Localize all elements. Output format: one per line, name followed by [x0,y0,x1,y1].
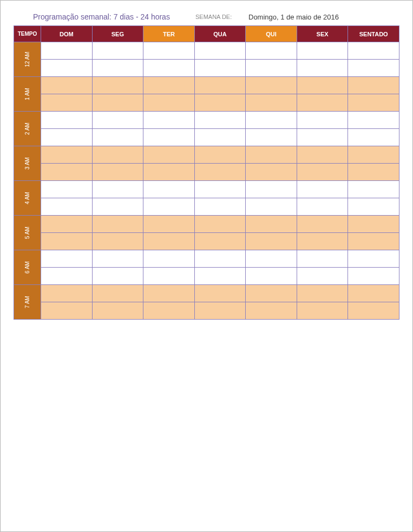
schedule-cell[interactable] [194,112,246,129]
schedule-cell[interactable] [41,181,93,198]
schedule-cell[interactable] [92,198,143,216]
schedule-cell[interactable] [92,250,143,268]
schedule-cell[interactable] [92,233,143,250]
schedule-cell[interactable] [194,302,246,320]
schedule-cell[interactable] [194,146,246,164]
schedule-cell[interactable] [297,42,348,60]
schedule-cell[interactable] [246,198,297,216]
schedule-cell[interactable] [194,42,246,60]
schedule-cell[interactable] [194,250,246,268]
schedule-cell[interactable] [41,268,93,285]
schedule-cell[interactable] [143,42,195,60]
schedule-cell[interactable] [143,60,195,77]
schedule-cell[interactable] [92,42,143,60]
schedule-cell[interactable] [143,268,195,285]
schedule-cell[interactable] [92,129,143,146]
schedule-cell[interactable] [297,302,348,320]
schedule-cell[interactable] [297,268,348,285]
schedule-cell[interactable] [194,216,246,233]
schedule-cell[interactable] [194,268,246,285]
schedule-cell[interactable] [143,129,195,146]
schedule-cell[interactable] [297,146,348,164]
schedule-cell[interactable] [143,77,195,94]
schedule-cell[interactable] [92,146,143,164]
schedule-cell[interactable] [246,181,297,198]
schedule-cell[interactable] [194,129,246,146]
schedule-cell[interactable] [348,164,399,181]
schedule-cell[interactable] [246,146,297,164]
schedule-cell[interactable] [92,216,143,233]
schedule-cell[interactable] [297,250,348,268]
schedule-cell[interactable] [348,181,399,198]
schedule-cell[interactable] [143,181,195,198]
schedule-cell[interactable] [92,112,143,129]
schedule-cell[interactable] [246,94,297,112]
schedule-cell[interactable] [41,198,93,216]
schedule-cell[interactable] [348,250,399,268]
schedule-cell[interactable] [41,250,93,268]
schedule-cell[interactable] [41,60,93,77]
schedule-cell[interactable] [92,77,143,94]
schedule-cell[interactable] [41,233,93,250]
schedule-cell[interactable] [194,233,246,250]
schedule-cell[interactable] [143,198,195,216]
schedule-cell[interactable] [348,198,399,216]
schedule-cell[interactable] [297,216,348,233]
schedule-cell[interactable] [297,198,348,216]
schedule-cell[interactable] [246,164,297,181]
schedule-cell[interactable] [194,181,246,198]
schedule-cell[interactable] [143,250,195,268]
schedule-cell[interactable] [246,129,297,146]
schedule-cell[interactable] [194,77,246,94]
schedule-cell[interactable] [246,285,297,302]
schedule-cell[interactable] [246,268,297,285]
schedule-cell[interactable] [194,198,246,216]
schedule-cell[interactable] [41,146,93,164]
schedule-cell[interactable] [348,216,399,233]
schedule-cell[interactable] [246,112,297,129]
schedule-cell[interactable] [297,285,348,302]
schedule-cell[interactable] [143,112,195,129]
schedule-cell[interactable] [41,129,93,146]
schedule-cell[interactable] [41,285,93,302]
schedule-cell[interactable] [143,94,195,112]
schedule-cell[interactable] [41,164,93,181]
schedule-cell[interactable] [246,302,297,320]
schedule-cell[interactable] [143,285,195,302]
schedule-cell[interactable] [297,129,348,146]
schedule-cell[interactable] [348,146,399,164]
schedule-cell[interactable] [41,302,93,320]
schedule-cell[interactable] [297,233,348,250]
schedule-cell[interactable] [297,94,348,112]
schedule-cell[interactable] [143,146,195,164]
schedule-cell[interactable] [92,268,143,285]
schedule-cell[interactable] [297,164,348,181]
schedule-cell[interactable] [92,94,143,112]
schedule-cell[interactable] [41,77,93,94]
schedule-cell[interactable] [41,112,93,129]
schedule-cell[interactable] [143,302,195,320]
schedule-cell[interactable] [297,112,348,129]
schedule-cell[interactable] [194,94,246,112]
schedule-cell[interactable] [297,60,348,77]
schedule-cell[interactable] [41,216,93,233]
schedule-cell[interactable] [348,285,399,302]
schedule-cell[interactable] [92,302,143,320]
schedule-cell[interactable] [246,216,297,233]
schedule-cell[interactable] [348,112,399,129]
schedule-cell[interactable] [246,60,297,77]
schedule-cell[interactable] [143,216,195,233]
schedule-cell[interactable] [246,77,297,94]
schedule-cell[interactable] [92,60,143,77]
schedule-cell[interactable] [41,94,93,112]
schedule-cell[interactable] [297,181,348,198]
schedule-cell[interactable] [246,250,297,268]
schedule-cell[interactable] [246,42,297,60]
schedule-cell[interactable] [92,181,143,198]
schedule-cell[interactable] [92,285,143,302]
schedule-cell[interactable] [348,129,399,146]
schedule-cell[interactable] [143,233,195,250]
schedule-cell[interactable] [246,233,297,250]
schedule-cell[interactable] [348,60,399,77]
schedule-cell[interactable] [348,268,399,285]
